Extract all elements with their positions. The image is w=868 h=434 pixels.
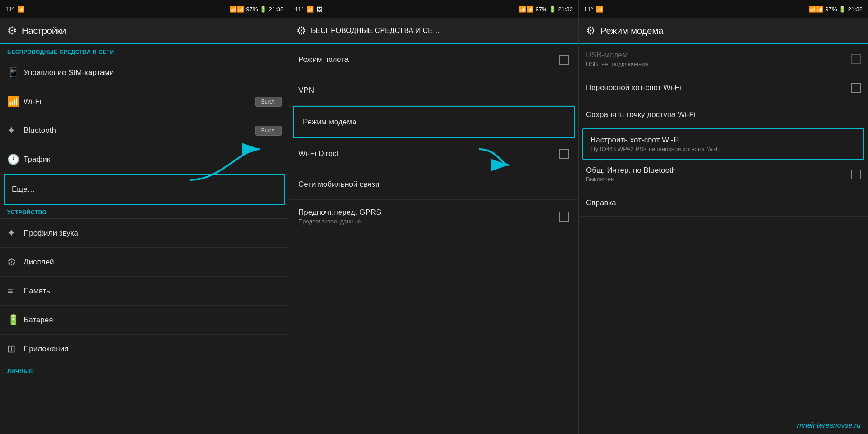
time-1: 21:32 bbox=[269, 6, 283, 13]
settings-item-wifi[interactable]: 📶 Wi-Fi Выкл. bbox=[0, 87, 289, 116]
p2-gprs-sub: Предпочтител. данные bbox=[298, 218, 381, 225]
p3-bt-tether[interactable]: Общ. Интер. по Bluetooth Выключен bbox=[579, 160, 868, 189]
p2-mobile-net-label: Сети мобильной связи bbox=[298, 180, 379, 189]
p3-configure-label: Настроить хот-спот Wi-Fi bbox=[590, 136, 721, 145]
panel-1: 11° 📶 📶📶 97% 🔋 21:32 ⚙ Настройки БЕСПРОВ… bbox=[0, 0, 289, 434]
p3-help-label: Справка bbox=[586, 198, 616, 208]
battery-1: 97% bbox=[246, 6, 258, 13]
p3-configure-highlight: Настроить хот-спот Wi-Fi Fly IQ443 WPA2 … bbox=[582, 128, 864, 160]
settings-item-sound[interactable]: ✦ Профили звука bbox=[0, 219, 289, 248]
settings-icon-2: ⚙ bbox=[297, 24, 307, 37]
p2-modem[interactable]: Режим модема bbox=[294, 107, 574, 137]
battery-pct-3: 97% bbox=[825, 6, 837, 13]
panel-2: 11° 📶 🖼 📶📶 97% 🔋 21:32 ⚙ БЕСПРОВОДНЫЕ СР… bbox=[289, 0, 579, 434]
signal-bars-1: 📶📶 bbox=[230, 6, 244, 13]
more-content: Еще… bbox=[12, 185, 277, 194]
section-device: УСТРОЙСТВО bbox=[0, 205, 289, 219]
temp-2: 11° bbox=[295, 6, 304, 13]
p2-airplane[interactable]: Режим полета bbox=[289, 44, 578, 75]
battery-settings-icon: 🔋 bbox=[7, 314, 24, 326]
p3-hotspot[interactable]: Переносной хот-спот Wi-Fi bbox=[579, 74, 868, 101]
p2-airplane-content: Режим полета bbox=[298, 55, 349, 64]
panel-3: 11° 📶 📶📶 97% 🔋 21:32 ⚙ Режим модема USB-… bbox=[579, 0, 868, 434]
app-header-2: ⚙ БЕСПРОВОДНЫЕ СРЕДСТВА И СЕ… bbox=[289, 18, 578, 44]
p2-wifi-direct[interactable]: Wi-Fi Direct bbox=[289, 138, 578, 169]
p3-bt-tether-label: Общ. Интер. по Bluetooth bbox=[586, 166, 676, 175]
p2-wifi-direct-checkbox[interactable] bbox=[559, 149, 569, 159]
settings-icon-3: ⚙ bbox=[586, 24, 596, 37]
memory-label: Память bbox=[24, 287, 50, 296]
p3-configure-content: Настроить хот-спот Wi-Fi Fly IQ443 WPA2 … bbox=[590, 136, 721, 152]
p3-hotspot-checkbox[interactable] bbox=[851, 83, 861, 93]
sound-icon: ✦ bbox=[7, 227, 24, 239]
app-header-3: ⚙ Режим модема bbox=[579, 18, 868, 44]
wifi-toggle[interactable]: Выкл. bbox=[255, 97, 282, 107]
settings-item-traffic[interactable]: 🕐 Трафик bbox=[0, 145, 289, 174]
watermark: mneinteresnovse.ru bbox=[579, 417, 868, 434]
display-icon: ⚙ bbox=[7, 256, 24, 268]
status-bar-1: 11° 📶 📶📶 97% 🔋 21:32 bbox=[0, 0, 289, 18]
header-title-2: БЕСПРОВОДНЫЕ СРЕДСТВА И СЕ… bbox=[311, 27, 440, 35]
p3-help[interactable]: Справка bbox=[579, 189, 868, 217]
p3-save-hotspot[interactable]: Сохранять точку доступа Wi-Fi bbox=[579, 101, 868, 128]
section-personal: ЛИЧНЫЕ bbox=[0, 363, 289, 377]
p2-airplane-checkbox[interactable] bbox=[559, 55, 569, 65]
status-left-2: 11° 📶 🖼 bbox=[295, 6, 322, 13]
signal-icon-2: 📶 bbox=[307, 6, 314, 13]
p3-save-hotspot-content: Сохранять точку доступа Wi-Fi bbox=[586, 110, 696, 119]
sound-label: Профили звука bbox=[24, 229, 78, 238]
p3-help-content: Справка bbox=[586, 198, 616, 208]
settings-item-memory[interactable]: ≡ Память bbox=[0, 277, 289, 306]
status-left-3: 11° 📶 bbox=[584, 6, 603, 13]
settings-item-display[interactable]: ⚙ Дисплей bbox=[0, 248, 289, 277]
p2-vpn-content: VPN bbox=[298, 86, 314, 95]
app-header-1: ⚙ Настройки bbox=[0, 18, 289, 44]
signal-icon-1: 📶 bbox=[17, 6, 24, 13]
header-title-3: Режим модема bbox=[600, 26, 663, 36]
p2-modem-content: Режим модема bbox=[303, 118, 356, 127]
settings-item-battery[interactable]: 🔋 Батарея bbox=[0, 306, 289, 335]
status-bar-2: 11° 📶 🖼 📶📶 97% 🔋 21:32 bbox=[289, 0, 578, 18]
wifi-content: Wi-Fi Выкл. bbox=[24, 97, 282, 107]
status-right-2: 📶📶 97% 🔋 21:32 bbox=[519, 6, 573, 13]
settings-item-sim[interactable]: 📱 Управление SIM-картами bbox=[0, 58, 289, 87]
settings-item-apps[interactable]: ⊞ Приложения bbox=[0, 335, 289, 363]
sim-icon: 📱 bbox=[7, 67, 24, 79]
settings-icon-1: ⚙ bbox=[7, 24, 17, 37]
display-label: Дисплей bbox=[24, 258, 54, 267]
p2-mobile-net[interactable]: Сети мобильной связи bbox=[289, 169, 578, 200]
p3-usb-label: USB-модем bbox=[586, 51, 648, 60]
p3-hotspot-content: Переносной хот-спот Wi-Fi bbox=[586, 83, 681, 92]
traffic-icon: 🕐 bbox=[7, 154, 24, 165]
signal-bars-2: 📶📶 bbox=[519, 6, 533, 13]
settings-item-more[interactable]: Еще… bbox=[5, 175, 284, 204]
status-bar-3: 11° 📶 📶📶 97% 🔋 21:32 bbox=[579, 0, 868, 18]
traffic-content: Трафик bbox=[24, 155, 282, 164]
p3-bt-tether-sub: Выключен bbox=[586, 176, 676, 183]
p2-modem-label: Режим модема bbox=[303, 118, 356, 127]
bluetooth-toggle[interactable]: Выкл. bbox=[255, 126, 282, 136]
battery-icon-2: 🔋 bbox=[549, 6, 556, 13]
p3-hotspot-label: Переносной хот-спот Wi-Fi bbox=[586, 83, 681, 92]
section-wireless: БЕСПРОВОДНЫЕ СРЕДСТВА И СЕТИ bbox=[0, 44, 289, 58]
p2-wifi-direct-content: Wi-Fi Direct bbox=[298, 149, 339, 158]
bluetooth-icon: ✦ bbox=[7, 125, 24, 137]
p2-mobile-net-content: Сети мобильной связи bbox=[298, 180, 379, 189]
p2-gprs[interactable]: Предпочт.перед. GPRS Предпочтител. данны… bbox=[289, 200, 578, 233]
p3-usb-content: USB-модем USB: нет подключения bbox=[586, 51, 648, 67]
p2-airplane-label: Режим полета bbox=[298, 55, 349, 64]
p2-vpn[interactable]: VPN bbox=[289, 75, 578, 106]
p3-configure[interactable]: Настроить хот-спот Wi-Fi Fly IQ443 WPA2 … bbox=[583, 129, 863, 159]
sim-label: Управление SIM-картами bbox=[24, 68, 114, 77]
p2-modem-highlight: Режим модема bbox=[293, 106, 575, 138]
p2-vpn-label: VPN bbox=[298, 86, 314, 95]
p2-wifi-direct-label: Wi-Fi Direct bbox=[298, 149, 339, 158]
p2-gprs-checkbox[interactable] bbox=[559, 212, 569, 222]
signal-bars-3: 📶📶 bbox=[809, 6, 823, 13]
p3-usb[interactable]: USB-модем USB: нет подключения bbox=[579, 44, 868, 74]
p2-gprs-label: Предпочт.перед. GPRS bbox=[298, 208, 381, 217]
p3-usb-checkbox[interactable] bbox=[851, 54, 861, 64]
p3-bt-tether-checkbox[interactable] bbox=[851, 170, 861, 179]
sim-content: Управление SIM-картами bbox=[24, 68, 282, 77]
settings-item-bluetooth[interactable]: ✦ Bluetooth Выкл. bbox=[0, 116, 289, 145]
